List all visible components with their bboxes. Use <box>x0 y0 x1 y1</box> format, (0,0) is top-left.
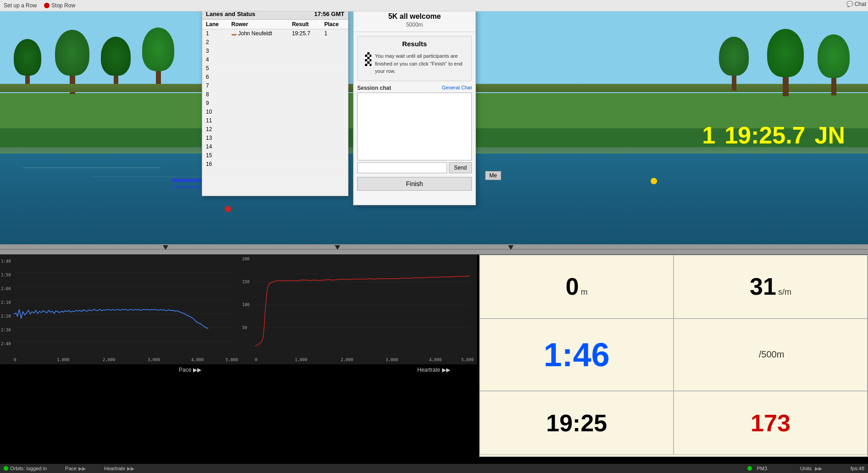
results-section-title: Results <box>361 40 468 48</box>
heartrate-text: Heartrate <box>417 367 440 373</box>
lane-result-10 <box>288 108 321 116</box>
lane-num-8: 8 <box>202 90 227 99</box>
session-chat-area: Session chat General Chat Send <box>357 85 472 173</box>
lane-result-15 <box>288 151 321 160</box>
lanes-modal: Lanes and Status 17:56 GMT Lane Rower Re… <box>202 8 348 196</box>
hr-status-label: Heartrate <box>104 466 125 471</box>
lane-rower-1: 🛶 John Neufeldt <box>227 29 288 38</box>
setup-row-button[interactable]: Set up a Row <box>4 2 37 9</box>
x-label-1000-hr: 1,000 <box>295 358 307 362</box>
lane-result-3 <box>288 47 321 55</box>
lane-num-3: 3 <box>202 47 227 55</box>
pace-chart: 1:40 1:50 2:00 2:10 2:20 2:30 2:40 0 1,0… <box>1 257 238 362</box>
y-label-210: 2:10 <box>1 300 11 305</box>
heartrate-chart: 200 150 100 50 0 1,000 2,000 3,000 4,000… <box>242 257 476 362</box>
lane-rower-3 <box>227 47 288 55</box>
finish-button[interactable]: Finish <box>357 177 472 191</box>
lane-rower-10 <box>227 108 288 116</box>
lane-result-16 <box>288 160 321 169</box>
lane-rower-15 <box>227 151 288 160</box>
pm-status-label: PM3 <box>757 466 767 471</box>
statusbar: Orbits: logged in Pace ▶▶ Heartrate ▶▶ P… <box>0 464 868 473</box>
stop-row-button[interactable]: Stop Row <box>44 2 75 9</box>
x-label-1000: 1,000 <box>57 358 69 362</box>
x-label-2000-hr: 2,000 <box>341 358 353 362</box>
pm-time-cell: 19:25 <box>480 391 674 455</box>
lanes-scroll: Lane Rower Result Place 1🛶 John Neufeldt… <box>202 20 348 169</box>
lane-place-5 <box>321 64 348 73</box>
lane-row-3: 3 <box>202 47 348 55</box>
lane-row-2: 2 <box>202 38 348 47</box>
pace-arrow-icon: ▶▶ <box>193 367 201 373</box>
lane-num-5: 5 <box>202 64 227 73</box>
pm-pace-row: 1:46 <box>543 338 609 371</box>
general-chat-link[interactable]: General Chat <box>442 85 472 91</box>
lanes-title: Lanes and Status <box>206 11 255 17</box>
score-initials: JN <box>815 121 845 149</box>
charts-area: 1:40 1:50 2:00 2:10 2:20 2:30 2:40 0 1,0… <box>0 254 477 364</box>
lane-row-6: 6 <box>202 73 348 82</box>
ruler-arrow-3 <box>508 245 514 250</box>
chat-input[interactable] <box>357 162 447 173</box>
pm-distance-cell: 0 m <box>480 255 674 319</box>
lanes-table: Lane Rower Result Place 1🛶 John Neufeldt… <box>202 20 348 169</box>
lane-place-7 <box>321 82 348 90</box>
lanes-tbody: 1🛶 John Neufeldt19:25.712345678910111213… <box>202 29 348 169</box>
x-label-0-hr: 0 <box>255 358 257 362</box>
lane-row-16: 16 <box>202 160 348 169</box>
pace-label: Pace ▶▶ <box>179 367 201 373</box>
hr-chart-svg <box>255 259 473 353</box>
fps-label: fps:48 <box>851 466 864 471</box>
pm-hr-cell: 173 <box>674 391 868 455</box>
checkerboard-icon <box>365 52 371 66</box>
tree-left-4 <box>142 28 174 88</box>
lane-result-7 <box>288 82 321 90</box>
pm-status-dot <box>747 466 752 471</box>
chat-button[interactable]: 💬 Chat <box>846 1 866 7</box>
col-place: Place <box>321 20 348 29</box>
lane-result-9 <box>288 99 321 108</box>
lane-row-5: 5 <box>202 64 348 73</box>
lane-rower-14 <box>227 143 288 151</box>
tree-right-1 <box>818 34 850 95</box>
orbits-status: Orbits: logged in <box>4 466 47 471</box>
lane-num-1: 1 <box>202 29 227 38</box>
session-chat-label: Session chat <box>357 85 391 91</box>
lane-place-16 <box>321 160 348 169</box>
score-display: 1 19:25.7 JN <box>702 121 845 149</box>
hr-arrow-icon: ▶▶ <box>442 367 450 373</box>
send-button[interactable]: Send <box>449 162 472 173</box>
col-lane: Lane <box>202 20 227 29</box>
pm-spm-row: 31 s/m <box>750 275 791 298</box>
x-label-4000-hr: 4,000 <box>429 358 442 362</box>
results-message: You may wait until all participants are … <box>375 52 464 75</box>
y-label-140: 1:40 <box>1 259 11 264</box>
lane-rower-2 <box>227 38 288 47</box>
lanes-thead: Lane Rower Result Place <box>202 20 348 29</box>
lane-num-10: 10 <box>202 108 227 116</box>
lane-place-9 <box>321 99 348 108</box>
lane-num-15: 15 <box>202 151 227 160</box>
rower-icon: 🛶 <box>231 31 238 36</box>
lane-place-11 <box>321 116 348 125</box>
lane-result-11 <box>288 116 321 125</box>
y-label-230: 2:30 <box>1 328 11 332</box>
x-label-0: 0 <box>14 358 16 362</box>
lane-num-16: 16 <box>202 160 227 169</box>
lane-row-12: 12 <box>202 125 348 134</box>
lane-rower-16 <box>227 160 288 169</box>
ruler-arrow-2 <box>335 245 340 250</box>
pm-distance-value: 0 <box>566 275 579 298</box>
me-button[interactable]: Me <box>485 171 501 180</box>
lane-rower-7 <box>227 82 288 90</box>
pace-chart-svg <box>14 259 236 353</box>
lane-rower-11 <box>227 116 288 125</box>
lane-row-1: 1🛶 John Neufeldt19:25.71 <box>202 29 348 38</box>
results-modal: 5K all welcome 5000m Results You may wai… <box>353 8 476 205</box>
setup-row-label: Set up a Row <box>4 2 37 9</box>
units-label: Units <box>800 466 812 471</box>
lane-row-9: 9 <box>202 99 348 108</box>
red-buoy <box>225 206 231 212</box>
yellow-marker <box>651 178 657 184</box>
top-bar: Set up a Row Stop Row 💬 Chat <box>0 0 868 11</box>
